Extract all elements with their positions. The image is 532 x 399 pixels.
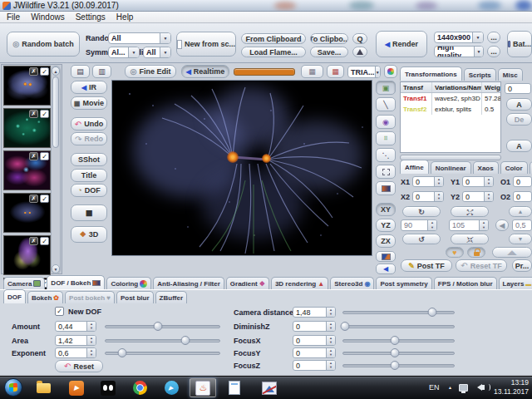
tab-dof-bokeh[interactable]: DOF / Bokeh <box>47 275 105 289</box>
taskbar-telegram[interactable]: ▶ <box>158 378 185 397</box>
pr-button[interactable]: Pr... <box>512 259 532 272</box>
dof-button[interactable]: ◔DOF <box>71 184 107 197</box>
tab-gamma[interactable]: Gamma <box>530 161 532 174</box>
camera-distance-field[interactable]: 1,48 ▲▼ <box>293 307 336 318</box>
quality-more-button[interactable]: ... <box>487 46 500 57</box>
table-row[interactable]: Transf2 exblur, splits 0.5 <box>401 104 500 115</box>
scrollbar-thumb[interactable] <box>52 76 59 148</box>
start-button[interactable] <box>4 378 22 397</box>
move-up-button[interactable]: ▲ <box>509 206 532 217</box>
thumbnail-close-button[interactable]: ✗ <box>29 110 38 118</box>
movie-button[interactable]: ▦Movie <box>71 96 107 110</box>
thumbnail-checkbox[interactable]: ✓ <box>40 237 49 245</box>
taskbar-notepad[interactable] <box>221 378 248 397</box>
tab-stereo3d[interactable]: Stereo3d◉ <box>330 277 374 289</box>
taskbar-chrome[interactable] <box>126 378 153 397</box>
diminishz-field[interactable]: 0 ▲▼ <box>293 321 336 332</box>
amount-field[interactable]: 0,44 ▲▼ <box>55 321 96 332</box>
taskbar-jwildfire-active[interactable]: ♨ <box>190 378 216 397</box>
thumbnail-checkbox[interactable]: ✓ <box>40 110 49 118</box>
diminishz-slider[interactable] <box>342 322 455 332</box>
movie-strip-button[interactable]: ▦ <box>71 204 107 221</box>
add-transform-button[interactable]: A <box>506 98 532 111</box>
post-tf-button[interactable]: ✎ Post TF <box>401 259 452 272</box>
taskbar-messenger[interactable] <box>95 378 121 397</box>
move-left-button[interactable]: ◀ <box>495 219 509 231</box>
render-button[interactable]: ◀ Render <box>376 31 427 57</box>
new-from-scratch-button[interactable]: New from sc... <box>176 32 236 57</box>
edit-view-button[interactable]: ╲ <box>376 97 396 111</box>
toggle-panel-left-button[interactable]: ▤ <box>71 65 90 78</box>
lock-toggle[interactable] <box>467 247 485 258</box>
spinner[interactable]: ▲▼ <box>326 308 335 317</box>
table-row[interactable]: Transf1 waves2, sph3D 57.2850... <box>401 93 500 104</box>
quick-load-button[interactable] <box>352 47 367 57</box>
tray-language[interactable]: EN <box>429 376 440 399</box>
plane-xy-button[interactable]: XY <box>376 203 396 216</box>
new-dof-checkbox[interactable]: ✓ <box>55 307 64 316</box>
focusy-field[interactable]: 0 ▲▼ <box>293 347 336 358</box>
x1-field[interactable]: 0 ▲▼ <box>412 176 444 187</box>
subtab-zbuffer[interactable]: ZBuffer <box>155 291 187 303</box>
guides-toggle-button[interactable]: ▦ <box>327 65 344 78</box>
flame-thumbnail[interactable]: ✗ ✓ <box>3 235 51 275</box>
spinner[interactable]: ▲▼ <box>484 177 493 186</box>
tab-xaos[interactable]: Xaos <box>473 161 499 174</box>
thumbnail-checkbox[interactable]: ✓ <box>40 67 49 76</box>
scroll-up-icon[interactable]: ▲ <box>52 66 60 76</box>
quick-save-button[interactable]: Q <box>352 33 367 44</box>
tab-antialiasing-filter[interactable]: Anti-Aliasing / Filter <box>153 277 224 289</box>
edit-focus-point-button[interactable]: ◉ <box>376 115 396 129</box>
preview-image-button[interactable] <box>376 251 396 262</box>
spinner[interactable]: ▲▼ <box>86 348 96 357</box>
focusx-slider[interactable] <box>342 336 455 346</box>
batch-render-button[interactable]: Bat... <box>507 31 532 57</box>
tab-affine[interactable]: Affine <box>400 160 429 174</box>
tab-scripts[interactable]: Scripts <box>464 68 496 81</box>
menu-windows[interactable]: Windows <box>31 12 65 22</box>
spinner[interactable]: ▲▼ <box>479 220 488 230</box>
delete-transform-button[interactable]: De <box>506 113 532 126</box>
thumbnail-scrollbar[interactable]: ▲ ▼ <box>51 66 61 274</box>
spinner[interactable]: ▲▼ <box>326 336 335 345</box>
load-flame-button[interactable]: Load Flame... <box>241 47 306 57</box>
title-button[interactable]: Title <box>71 169 107 182</box>
edit-post-toggle[interactable]: ♥ <box>446 247 464 258</box>
amount-slider[interactable] <box>105 322 220 332</box>
y2-field[interactable]: 0 ▲▼ <box>462 191 494 202</box>
spinner[interactable]: ▲▼ <box>326 348 335 357</box>
spinner[interactable]: ▲▼ <box>86 336 96 345</box>
scale-percent-field[interactable]: 105 ▲▼ <box>449 219 489 231</box>
menu-help[interactable]: Help <box>116 12 134 22</box>
background-image-button[interactable] <box>376 181 396 195</box>
quality-select[interactable]: High quality ▼ <box>434 46 484 57</box>
interactive-renderer-button[interactable]: ◀IR <box>71 81 107 94</box>
tab-fps-motion-blur[interactable]: FPS / Motion blur <box>434 277 497 289</box>
tab-nonlinear[interactable]: Nonlinear <box>431 161 471 174</box>
window-titlebar[interactable]: JWildfire V3.21 (30.09.2017) <box>0 0 532 12</box>
save-button[interactable]: Save... <box>310 47 348 57</box>
snapshot-button[interactable]: SShot <box>71 153 107 166</box>
focusx-field[interactable]: 0 ▲▼ <box>293 335 336 346</box>
selection-button[interactable] <box>376 165 396 179</box>
flame-thumbnail[interactable]: ✗ ✓ <box>3 66 51 106</box>
gradient-select[interactable]: All ▼ <box>143 47 171 58</box>
taskbar-media-player[interactable]: ▶ <box>63 378 90 397</box>
x2-field[interactable]: 0 ▲▼ <box>412 191 444 202</box>
shrink-button[interactable]: ↘↙↗↖ <box>451 234 489 244</box>
spinner[interactable]: ▲▼ <box>434 192 443 201</box>
tab-layers[interactable]: Layers▬ <box>499 277 532 289</box>
thumbnail-checkbox[interactable]: ✓ <box>40 152 49 160</box>
symmetry-select[interactable]: Al... ▼ <box>108 47 140 58</box>
tab-coloring[interactable]: Coloring <box>106 277 151 289</box>
tab-3d-rendering[interactable]: 3D rendering▲ <box>271 277 328 289</box>
thumbnail-close-button[interactable]: ✗ <box>29 67 38 76</box>
area-slider[interactable] <box>105 336 220 346</box>
undo-button[interactable]: ↶Undo <box>71 117 107 131</box>
flame-thumbnail[interactable]: ✗ ✓ <box>3 108 51 148</box>
taskbar-image-editor[interactable] <box>256 378 283 397</box>
flame-thumbnail[interactable]: ✗ ✓ <box>3 193 51 233</box>
to-clipboard-button[interactable]: To Clipbo... <box>310 33 348 44</box>
thumbnail-checkbox[interactable]: ✓ <box>40 195 49 203</box>
tray-clock[interactable]: 13:19 13.11.2017 <box>492 376 529 399</box>
